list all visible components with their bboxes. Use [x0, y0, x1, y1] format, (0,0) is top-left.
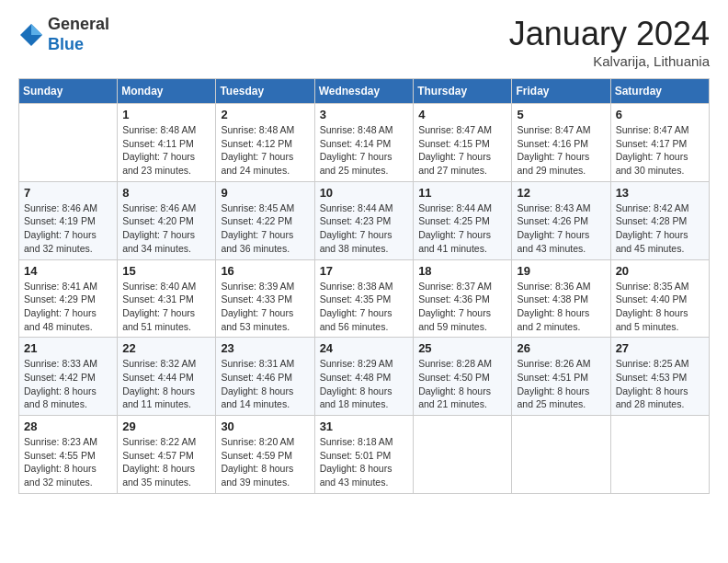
- cell-date-number: 22: [122, 341, 210, 355]
- calendar-week-row: 28Sunrise: 8:23 AMSunset: 4:55 PMDayligh…: [19, 416, 710, 494]
- cell-info-text: Sunrise: 8:48 AMSunset: 4:14 PMDaylight:…: [320, 123, 409, 178]
- cell-info-text: Sunrise: 8:48 AMSunset: 4:12 PMDaylight:…: [221, 123, 309, 178]
- calendar-cell: 25Sunrise: 8:28 AMSunset: 4:50 PMDayligh…: [414, 338, 512, 416]
- cell-date-number: 13: [616, 186, 704, 200]
- calendar-cell: 5Sunrise: 8:47 AMSunset: 4:16 PMDaylight…: [512, 104, 610, 182]
- weekday-header-cell: Saturday: [610, 79, 709, 104]
- cell-date-number: 14: [24, 264, 112, 278]
- cell-info-text: Sunrise: 8:20 AMSunset: 4:59 PMDaylight:…: [221, 435, 309, 489]
- calendar-cell: [19, 104, 118, 182]
- weekday-header-cell: Wednesday: [314, 79, 414, 104]
- calendar-cell: 29Sunrise: 8:22 AMSunset: 4:57 PMDayligh…: [118, 416, 216, 494]
- calendar-cell: 13Sunrise: 8:42 AMSunset: 4:28 PMDayligh…: [610, 181, 709, 259]
- cell-info-text: Sunrise: 8:28 AMSunset: 4:50 PMDaylight:…: [418, 357, 506, 411]
- cell-info-text: Sunrise: 8:38 AMSunset: 4:35 PMDaylight:…: [320, 280, 409, 334]
- cell-date-number: 8: [122, 186, 210, 200]
- cell-date-number: 21: [24, 341, 112, 355]
- cell-info-text: Sunrise: 8:44 AMSunset: 4:25 PMDaylight:…: [418, 201, 506, 256]
- cell-date-number: 9: [221, 186, 309, 200]
- cell-info-text: Sunrise: 8:41 AMSunset: 4:29 PMDaylight:…: [24, 280, 112, 334]
- calendar-cell: 6Sunrise: 8:47 AMSunset: 4:17 PMDaylight…: [610, 104, 709, 182]
- calendar-cell: 18Sunrise: 8:37 AMSunset: 4:36 PMDayligh…: [414, 259, 512, 338]
- calendar-cell: 1Sunrise: 8:48 AMSunset: 4:11 PMDaylight…: [118, 104, 216, 182]
- cell-info-text: Sunrise: 8:46 AMSunset: 4:20 PMDaylight:…: [122, 201, 210, 256]
- cell-info-text: Sunrise: 8:22 AMSunset: 4:57 PMDaylight:…: [122, 435, 210, 489]
- cell-info-text: Sunrise: 8:37 AMSunset: 4:36 PMDaylight:…: [418, 280, 506, 334]
- weekday-header-row: SundayMondayTuesdayWednesdayThursdayFrid…: [19, 79, 710, 104]
- weekday-header-cell: Tuesday: [216, 79, 314, 104]
- cell-info-text: Sunrise: 8:29 AMSunset: 4:48 PMDaylight:…: [320, 357, 409, 411]
- cell-date-number: 28: [24, 419, 112, 433]
- page-header: General Blue January 2024 Kalvarija, Lit…: [18, 15, 710, 69]
- weekday-header-cell: Thursday: [414, 79, 512, 104]
- calendar-cell: 14Sunrise: 8:41 AMSunset: 4:29 PMDayligh…: [19, 259, 118, 338]
- cell-info-text: Sunrise: 8:33 AMSunset: 4:42 PMDaylight:…: [24, 357, 112, 411]
- calendar-cell: 16Sunrise: 8:39 AMSunset: 4:33 PMDayligh…: [216, 259, 314, 338]
- cell-date-number: 16: [221, 264, 309, 278]
- cell-date-number: 23: [221, 341, 309, 355]
- calendar-week-row: 21Sunrise: 8:33 AMSunset: 4:42 PMDayligh…: [19, 338, 710, 416]
- calendar-week-row: 14Sunrise: 8:41 AMSunset: 4:29 PMDayligh…: [19, 259, 710, 338]
- cell-info-text: Sunrise: 8:45 AMSunset: 4:22 PMDaylight:…: [221, 201, 309, 256]
- cell-info-text: Sunrise: 8:39 AMSunset: 4:33 PMDaylight:…: [221, 280, 309, 334]
- calendar-cell: 17Sunrise: 8:38 AMSunset: 4:35 PMDayligh…: [314, 259, 414, 338]
- cell-date-number: 1: [122, 108, 210, 121]
- calendar-cell: 3Sunrise: 8:48 AMSunset: 4:14 PMDaylight…: [314, 104, 414, 182]
- cell-date-number: 15: [122, 264, 210, 278]
- weekday-header-cell: Sunday: [19, 79, 118, 104]
- cell-info-text: Sunrise: 8:47 AMSunset: 4:16 PMDaylight:…: [517, 123, 605, 178]
- cell-info-text: Sunrise: 8:40 AMSunset: 4:31 PMDaylight:…: [122, 280, 210, 334]
- calendar-cell: 19Sunrise: 8:36 AMSunset: 4:38 PMDayligh…: [512, 259, 610, 338]
- calendar-cell: 24Sunrise: 8:29 AMSunset: 4:48 PMDayligh…: [314, 338, 414, 416]
- cell-info-text: Sunrise: 8:47 AMSunset: 4:17 PMDaylight:…: [616, 123, 704, 178]
- cell-date-number: 3: [320, 108, 409, 121]
- cell-date-number: 30: [221, 419, 309, 433]
- calendar-cell: 30Sunrise: 8:20 AMSunset: 4:59 PMDayligh…: [216, 416, 314, 494]
- calendar-cell: 27Sunrise: 8:25 AMSunset: 4:53 PMDayligh…: [610, 338, 709, 416]
- svg-marker-1: [31, 24, 42, 35]
- calendar-cell: [610, 416, 709, 494]
- cell-info-text: Sunrise: 8:23 AMSunset: 4:55 PMDaylight:…: [24, 435, 112, 489]
- cell-date-number: 2: [221, 108, 309, 121]
- cell-date-number: 26: [517, 341, 605, 355]
- cell-info-text: Sunrise: 8:46 AMSunset: 4:19 PMDaylight:…: [24, 201, 112, 256]
- cell-info-text: Sunrise: 8:26 AMSunset: 4:51 PMDaylight:…: [517, 357, 605, 411]
- calendar-cell: 15Sunrise: 8:40 AMSunset: 4:31 PMDayligh…: [118, 259, 216, 338]
- cell-date-number: 25: [418, 341, 506, 355]
- cell-date-number: 7: [24, 186, 112, 200]
- cell-info-text: Sunrise: 8:18 AMSunset: 5:01 PMDaylight:…: [320, 435, 409, 489]
- cell-info-text: Sunrise: 8:48 AMSunset: 4:11 PMDaylight:…: [122, 123, 210, 178]
- cell-info-text: Sunrise: 8:35 AMSunset: 4:40 PMDaylight:…: [616, 280, 704, 334]
- cell-date-number: 17: [320, 264, 409, 278]
- cell-info-text: Sunrise: 8:47 AMSunset: 4:15 PMDaylight:…: [418, 123, 506, 178]
- calendar-cell: 26Sunrise: 8:26 AMSunset: 4:51 PMDayligh…: [512, 338, 610, 416]
- cell-date-number: 10: [320, 186, 409, 200]
- calendar-cell: [414, 416, 512, 494]
- cell-date-number: 4: [418, 108, 506, 121]
- cell-date-number: 5: [517, 108, 605, 121]
- calendar-week-row: 7Sunrise: 8:46 AMSunset: 4:19 PMDaylight…: [19, 181, 710, 259]
- weekday-header-cell: Monday: [118, 79, 216, 104]
- cell-date-number: 6: [616, 108, 704, 121]
- cell-date-number: 19: [517, 264, 605, 278]
- calendar-cell: 9Sunrise: 8:45 AMSunset: 4:22 PMDaylight…: [216, 181, 314, 259]
- calendar-week-row: 1Sunrise: 8:48 AMSunset: 4:11 PMDaylight…: [19, 104, 710, 182]
- cell-date-number: 24: [320, 341, 409, 355]
- calendar-body: 1Sunrise: 8:48 AMSunset: 4:11 PMDaylight…: [19, 104, 710, 494]
- cell-info-text: Sunrise: 8:42 AMSunset: 4:28 PMDaylight:…: [616, 201, 704, 256]
- location-subtitle: Kalvarija, Lithuania: [509, 53, 710, 69]
- title-block: January 2024 Kalvarija, Lithuania: [509, 15, 710, 69]
- logo: General Blue: [18, 15, 109, 54]
- weekday-header-cell: Friday: [512, 79, 610, 104]
- cell-date-number: 27: [616, 341, 704, 355]
- cell-info-text: Sunrise: 8:25 AMSunset: 4:53 PMDaylight:…: [616, 357, 704, 411]
- calendar-cell: 20Sunrise: 8:35 AMSunset: 4:40 PMDayligh…: [610, 259, 709, 338]
- calendar-cell: 4Sunrise: 8:47 AMSunset: 4:15 PMDaylight…: [414, 104, 512, 182]
- cell-info-text: Sunrise: 8:31 AMSunset: 4:46 PMDaylight:…: [221, 357, 309, 411]
- cell-date-number: 11: [418, 186, 506, 200]
- cell-date-number: 18: [418, 264, 506, 278]
- calendar-cell: 31Sunrise: 8:18 AMSunset: 5:01 PMDayligh…: [314, 416, 414, 494]
- cell-info-text: Sunrise: 8:43 AMSunset: 4:26 PMDaylight:…: [517, 201, 605, 256]
- calendar-cell: 2Sunrise: 8:48 AMSunset: 4:12 PMDaylight…: [216, 104, 314, 182]
- logo-icon: [18, 22, 44, 48]
